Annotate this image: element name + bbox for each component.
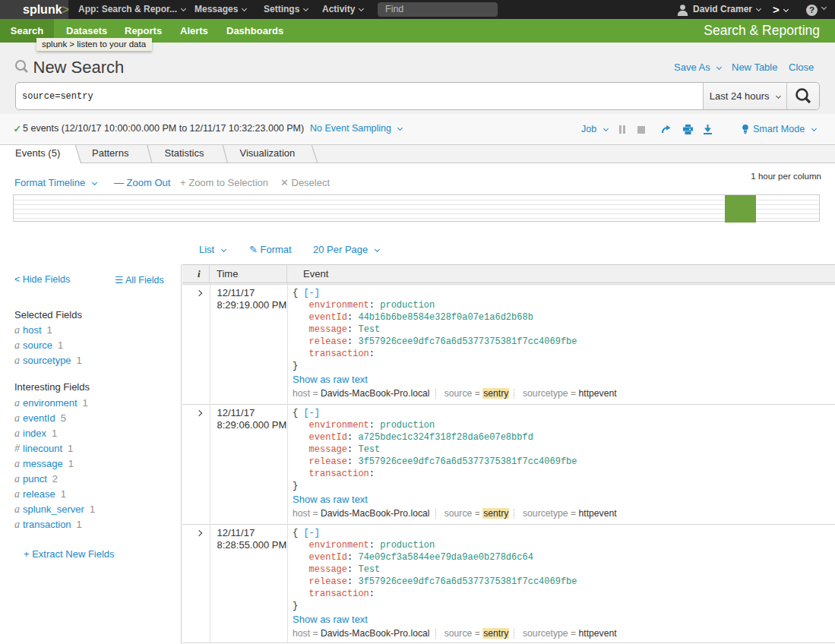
svg-text:Statistics: Statistics [165,147,205,159]
svg-text:Events (5): Events (5) [15,147,60,159]
svg-text:Visualization: Visualization [240,147,296,159]
svg-text:Patterns: Patterns [92,147,129,159]
